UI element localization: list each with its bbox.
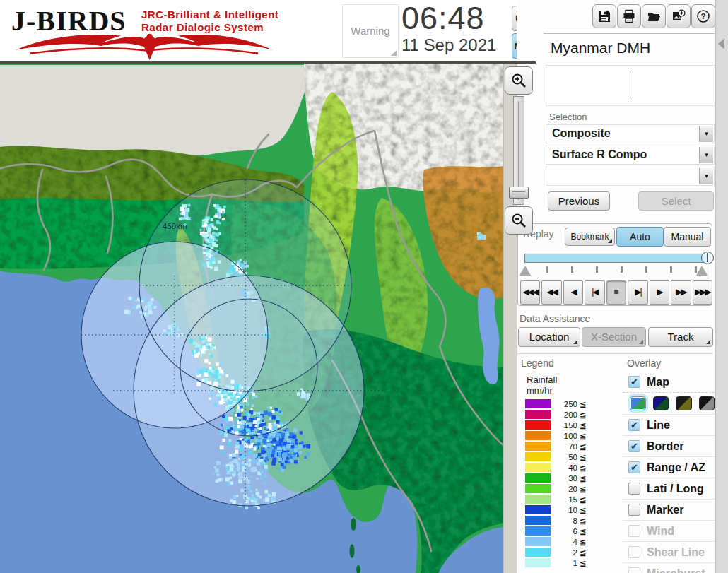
warning-button[interactable]: Warning — [342, 4, 399, 58]
legend-lte-symbol: ≦ — [580, 442, 587, 451]
slider-handle[interactable] — [701, 252, 714, 264]
legend-value: 150 — [551, 421, 577, 430]
legend-lte-symbol: ≦ — [580, 526, 587, 536]
playback-play-reverse-button[interactable]: ◀ — [563, 280, 583, 305]
legend-entry: 2≦ — [518, 547, 621, 557]
legend-section: Legend Rainfall mm/hr 250≦200≦150≦100≦70… — [518, 358, 621, 568]
clock-time: 06:48 — [401, 0, 485, 37]
slider-tick — [571, 266, 573, 273]
save-icon — [597, 9, 611, 23]
playback-play-button[interactable]: ▶ — [650, 280, 669, 305]
range-ring-label: 450km — [163, 222, 187, 230]
previous-button[interactable]: Previous — [548, 191, 610, 211]
dropdown-value: Composite — [552, 127, 611, 140]
legend-lte-symbol: ≦ — [580, 473, 587, 483]
panel-collapse-strip[interactable] — [715, 0, 728, 573]
checkbox-unchecked: ✔ — [628, 546, 640, 558]
add-image-button[interactable] — [667, 4, 691, 28]
slider-tick — [645, 266, 647, 273]
legend-value: 6 — [551, 527, 577, 536]
legend-entry: 30≦ — [518, 473, 621, 483]
chevron-down-icon[interactable]: ▼ — [699, 126, 713, 142]
bookmark-label: Bookmark — [570, 232, 609, 242]
legend-lte-symbol: ≦ — [580, 420, 587, 430]
checkbox-unchecked[interactable]: ✔ — [628, 504, 640, 516]
chevron-down-icon[interactable]: ▼ — [699, 168, 713, 184]
selection-dropdown-1[interactable]: Composite▼ — [546, 124, 715, 143]
selection-dropdown-2[interactable]: Surface R Compo▼ — [546, 146, 715, 165]
playback-jump-start-button[interactable]: ◀◀◀ — [520, 280, 540, 305]
legend-entry: 150≦ — [518, 420, 621, 430]
playback-step-back-button[interactable]: |◀ — [585, 280, 604, 305]
chevron-down-icon[interactable]: ▼ — [699, 147, 713, 163]
svg-text:?: ? — [700, 12, 705, 20]
checkbox-checked[interactable]: ✔ — [628, 419, 640, 431]
header-divider — [0, 61, 536, 64]
help-icon: ? — [696, 9, 710, 23]
legend-lte-symbol: ≦ — [580, 537, 587, 547]
print-button[interactable] — [617, 4, 641, 28]
legend-value: 1 — [551, 559, 577, 567]
manual-mode-button[interactable]: Manual — [664, 227, 711, 247]
open-folder-icon — [647, 9, 661, 23]
control-panel: ? Myanmar DMH Selection Composite▼Surfac… — [517, 0, 715, 573]
checkbox-checked[interactable]: ✔ — [628, 461, 640, 473]
map-style-swatch-4[interactable] — [699, 396, 715, 410]
zoom-slider-groove — [518, 101, 519, 200]
open-file-button[interactable] — [642, 4, 666, 28]
legend-unit-line1: Rainfall — [527, 374, 621, 385]
map-style-swatch-1[interactable] — [630, 396, 646, 410]
playback-fast-rewind-button[interactable]: ◀◀ — [541, 280, 561, 305]
legend-entry: 250≦ — [518, 398, 621, 409]
location-label: Location — [529, 331, 570, 343]
map-canvas: 450km — [0, 64, 503, 573]
x-section-button[interactable]: X-Section — [582, 327, 646, 347]
replay-progress-slider[interactable] — [524, 254, 708, 263]
help-button[interactable]: ? — [691, 4, 715, 28]
playback-stop-button[interactable]: ■ — [606, 280, 626, 305]
legend-color-swatch — [525, 473, 551, 483]
overlay-label: Line — [647, 419, 670, 432]
overlay-item-shear-line: ✔Shear Line — [623, 541, 715, 562]
legend-value: 30 — [551, 474, 577, 483]
legend-entry: 200≦ — [518, 409, 621, 420]
menu-corner-icon — [639, 340, 643, 344]
station-name: Myanmar DMH — [551, 40, 650, 57]
track-button[interactable]: Track — [648, 327, 713, 347]
bookmark-button[interactable]: Bookmark — [565, 228, 615, 246]
map-style-swatch-3[interactable] — [676, 396, 692, 410]
select-button[interactable]: Select — [638, 191, 714, 211]
save-button[interactable] — [592, 4, 616, 28]
map-zoom-control — [504, 66, 534, 235]
legend-value: 4 — [551, 538, 577, 546]
zoom-out-icon — [510, 212, 527, 229]
legend-lte-symbol: ≦ — [580, 548, 587, 557]
zoom-in-button[interactable] — [505, 66, 533, 95]
data-assistance-label: Data Assistance — [519, 313, 590, 324]
legend-color-swatch — [525, 516, 551, 525]
slider-start-marker[interactable] — [519, 266, 531, 276]
legend-value: 20 — [551, 485, 577, 493]
zoom-in-icon — [510, 72, 527, 89]
auto-mode-button[interactable]: Auto — [616, 227, 664, 247]
playback-step-forward-button[interactable]: ▶| — [628, 280, 647, 305]
zoom-slider[interactable] — [513, 96, 524, 205]
legend-lte-symbol: ≦ — [580, 495, 587, 504]
slider-end-marker[interactable] — [696, 266, 708, 276]
legend-entry: 8≦ — [518, 515, 621, 526]
selection-dropdown-3[interactable]: ▼ — [546, 167, 715, 186]
playback-jump-end-button[interactable]: ▶▶▶ — [693, 280, 712, 305]
zoom-slider-handle[interactable] — [509, 187, 529, 199]
checkbox-unchecked[interactable]: ✔ — [628, 483, 640, 495]
product-list-box[interactable] — [546, 65, 715, 106]
map-style-swatch-2[interactable] — [653, 396, 669, 410]
zoom-out-button[interactable] — [505, 206, 533, 235]
location-button[interactable]: Location — [518, 327, 580, 347]
slider-tick — [670, 266, 672, 273]
checkbox-checked[interactable]: ✔ — [628, 376, 640, 388]
radar-map[interactable]: 450km — [0, 64, 503, 573]
playback-fast-forward-button[interactable]: ▶▶ — [671, 280, 691, 305]
checkbox-checked[interactable]: ✔ — [628, 440, 640, 452]
legend-title: Legend — [521, 358, 621, 369]
legend-lte-symbol: ≦ — [580, 410, 587, 420]
